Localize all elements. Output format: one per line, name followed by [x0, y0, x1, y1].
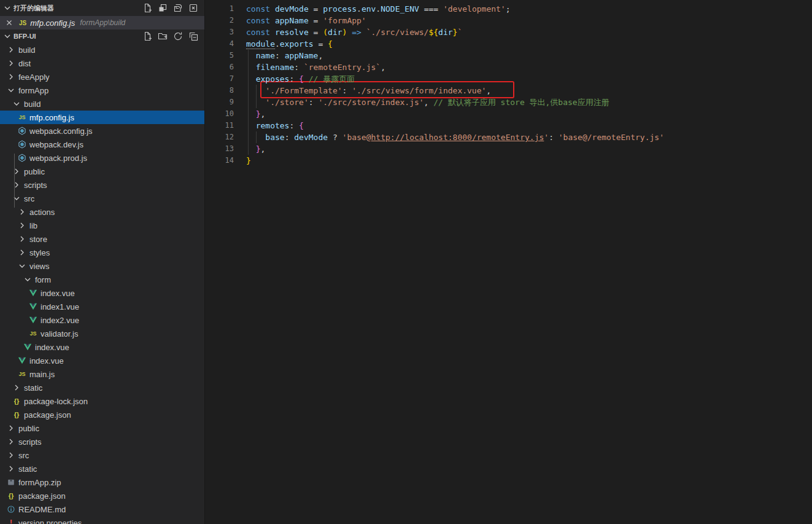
code-token: :: [275, 51, 285, 60]
tree-item-package-json[interactable]: {}package.json: [0, 489, 204, 502]
refresh-icon[interactable]: [173, 31, 183, 41]
code-line-4[interactable]: 4module.exports = {: [206, 38, 812, 50]
tree-item-mfp-config-js[interactable]: JSmfp.config.js: [0, 111, 204, 124]
chevron-down-icon: [12, 99, 21, 109]
tree-item-label: styles: [29, 248, 50, 257]
tree-item-scripts[interactable]: scripts: [0, 435, 204, 448]
tree-item-label: formApp: [18, 86, 48, 95]
info-file-icon: [6, 504, 16, 514]
tree-item-index2-vue[interactable]: index2.vue: [0, 313, 204, 327]
code-token: [270, 28, 275, 37]
code-token: [246, 133, 265, 142]
tree-item-label: main.js: [29, 370, 55, 379]
tree-item-version-properties[interactable]: !version.properties: [0, 516, 204, 524]
tree-item-index-vue[interactable]: index.vue: [0, 286, 204, 300]
code-token: ,: [486, 86, 491, 95]
code-line-11[interactable]: 11 remotes: {: [206, 120, 812, 131]
code-line-14[interactable]: 14}: [206, 155, 812, 166]
open-editor-entry[interactable]: JS mfp.config.js formApp\build: [0, 16, 204, 29]
tree-item-actions[interactable]: actions: [0, 205, 204, 219]
editor-pane[interactable]: 1const devMode = process.env.NODE_ENV ==…: [206, 0, 812, 524]
tree-item-lib[interactable]: lib: [0, 219, 204, 232]
tree-item-label: index.vue: [35, 343, 69, 352]
editor-layout-icon[interactable]: [158, 3, 168, 13]
tree-item-scripts[interactable]: scripts: [0, 178, 204, 192]
code-token: [246, 144, 256, 154]
tree-item-store[interactable]: store: [0, 232, 204, 246]
tree-item-static[interactable]: static: [0, 462, 204, 475]
code-token: module: [246, 39, 275, 49]
tree-item-public[interactable]: public: [0, 165, 204, 178]
tree-item-src[interactable]: src: [0, 192, 204, 205]
code-token: }: [246, 156, 251, 165]
code-token: (: [323, 28, 328, 37]
tree-item-build[interactable]: build: [0, 97, 204, 111]
new-file-icon[interactable]: [142, 31, 152, 41]
tree-item-label: build: [18, 45, 35, 55]
tree-item-form[interactable]: form: [0, 273, 204, 286]
tree-item-index-vue[interactable]: index.vue: [0, 354, 204, 367]
chevron-right-icon: [6, 45, 16, 55]
tree-item-dist[interactable]: dist: [0, 57, 204, 70]
tree-item-src[interactable]: src: [0, 448, 204, 462]
tree-item-label: mfp.config.js: [29, 113, 74, 122]
new-folder-icon[interactable]: [158, 31, 168, 41]
tree-item-views[interactable]: views: [0, 259, 204, 273]
tree-item-feeapply[interactable]: feeApply: [0, 70, 204, 84]
code-line-12[interactable]: 12 base: devMode ? 'base@http://localhos…: [206, 131, 812, 143]
code-line-5[interactable]: 5 name: appName,: [206, 50, 812, 61]
code-token: :: [309, 98, 319, 107]
code-token: './store': [265, 98, 308, 107]
tree-item-readme-md[interactable]: README.md: [0, 502, 204, 516]
code-token: devMode: [294, 133, 328, 142]
open-editors-header[interactable]: 打开的编辑器: [0, 0, 204, 16]
line-number: 8: [206, 85, 234, 96]
open-editor-filename: mfp.config.js: [30, 18, 75, 28]
code-token: .: [275, 39, 280, 49]
code-line-2[interactable]: 2const appName = 'formApp': [206, 15, 812, 26]
code-token: remotes: [256, 121, 290, 130]
code-line-3[interactable]: 3const resolve = (dir) => `./src/views/$…: [206, 26, 812, 38]
tree-item-styles[interactable]: styles: [0, 246, 204, 259]
code-line-7[interactable]: 7 exposes: { // 暴露页面: [206, 73, 812, 85]
code-line-9[interactable]: 9 './store': './src/store/index.js', // …: [206, 96, 812, 108]
code-line-8[interactable]: 8 './FormTemplate': './src/views/form/in…: [206, 85, 812, 96]
new-file-icon[interactable]: [142, 3, 152, 13]
code-token: ,: [381, 63, 385, 72]
code-token: devMode: [275, 4, 309, 14]
vue-file-icon: [28, 302, 38, 311]
tree-item-formapp-zip[interactable]: formApp.zip: [0, 475, 204, 489]
tree-item-webpack-config-js[interactable]: webpack.config.js: [0, 124, 204, 138]
code-token: filename: [256, 63, 295, 72]
code-token: [246, 74, 256, 84]
tree-item-formapp[interactable]: formApp: [0, 84, 204, 97]
tree-item-static[interactable]: static: [0, 381, 204, 394]
tree-item-webpack-prod-js[interactable]: webpack.prod.js: [0, 151, 204, 165]
tree-item-package-lock-json[interactable]: {}package-lock.json: [0, 394, 204, 408]
tree-item-index1-vue[interactable]: index1.vue: [0, 300, 204, 313]
code-line-1[interactable]: 1const devMode = process.env.NODE_ENV ==…: [206, 3, 812, 15]
code-line-10[interactable]: 10 },: [206, 108, 812, 120]
code-token: {: [328, 39, 333, 49]
code-line-13[interactable]: 13 },: [206, 143, 812, 155]
close-all-editors-icon[interactable]: [188, 3, 198, 13]
tree-item-validator-js[interactable]: JSvalidator.js: [0, 327, 204, 340]
tree-item-index-vue[interactable]: index.vue: [0, 340, 204, 354]
code-line-6[interactable]: 6 filename: `remoteEntry.js`,: [206, 61, 812, 73]
tree-item-package-json[interactable]: {}package.json: [0, 408, 204, 421]
code-editor[interactable]: 1const devMode = process.env.NODE_ENV ==…: [206, 0, 812, 166]
close-icon[interactable]: [4, 18, 14, 28]
error-icon: !: [6, 518, 16, 524]
tree-item-webpack-dev-js[interactable]: webpack.dev.js: [0, 138, 204, 151]
collapse-all-icon[interactable]: [188, 31, 198, 41]
workspace-header[interactable]: BFP-UI: [0, 29, 204, 43]
save-all-icon[interactable]: [173, 3, 183, 13]
tree-item-public[interactable]: public: [0, 421, 204, 435]
line-number: 12: [206, 131, 234, 143]
code-token: ,: [260, 144, 265, 154]
chevron-right-icon: [12, 383, 21, 393]
code-token: =: [314, 39, 328, 49]
tree-item-main-js[interactable]: JSmain.js: [0, 367, 204, 381]
tree-item-build[interactable]: build: [0, 43, 204, 57]
chevron-right-icon: [6, 464, 16, 474]
